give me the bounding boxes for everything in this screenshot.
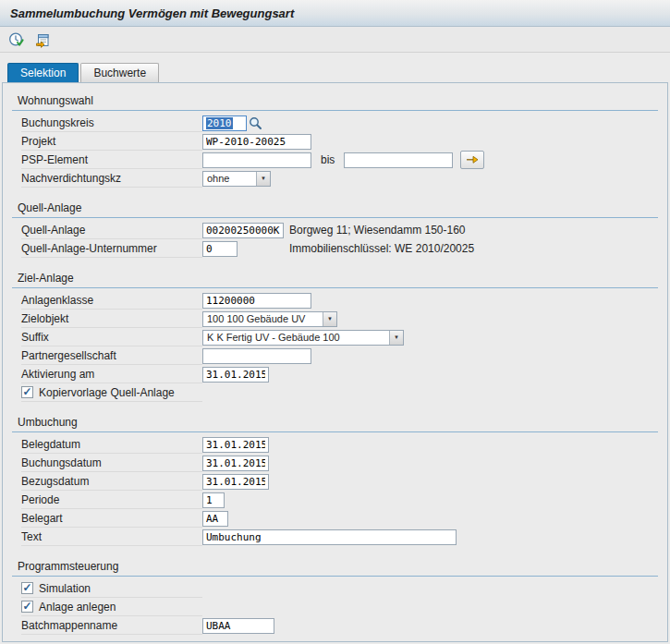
multiple-selection-button[interactable] [460, 151, 484, 169]
periode-row: Periode [21, 491, 658, 509]
bis-label: bis [321, 153, 335, 166]
belegart-row: Belegart [21, 509, 658, 528]
arrow-right-icon [465, 153, 480, 166]
text-label: Text [21, 528, 202, 546]
buchungskreis-value: 2010 [206, 117, 233, 129]
tab-selektion[interactable]: Selektion [7, 63, 79, 82]
section-title: Wohnungswahl [12, 94, 658, 111]
partnergesellschaft-label: Partnergesellschaft [21, 346, 202, 365]
partnergesellschaft-row: Partnergesellschaft [21, 346, 658, 365]
simulation-row: ✓ Simulation [21, 579, 658, 598]
psp-element-from-input[interactable] [202, 152, 311, 168]
quell-anlage-label: Quell-Anlage [21, 221, 202, 239]
window-titlebar: Sammelumbuchung Vermögen mit Bewegungsar… [0, 0, 670, 27]
buchungsdatum-label: Buchungsdatum [21, 454, 202, 472]
psp-element-label: PSP-Element [21, 151, 202, 169]
quell-anlage-row: Quell-Anlage Borgweg 11; Wiesendamm 150-… [21, 221, 658, 239]
checkmark-icon: ✓ [22, 601, 31, 612]
selektion-panel: Wohnungswahl Buchungskreis 2010 Projekt [2, 82, 668, 642]
zielobjekt-value: 100 100 Gebäude UV [203, 312, 323, 326]
bezugsdatum-label: Bezugsdatum [21, 472, 202, 491]
section-title: Quell-Anlage [12, 201, 658, 218]
simulation-checkbox[interactable]: ✓ [21, 582, 33, 594]
simulation-label: Simulation [39, 582, 91, 595]
psp-element-row: PSP-Element bis [21, 151, 658, 169]
zielobjekt-label: Zielobjekt [21, 310, 202, 328]
section-title: Ziel-Anlage [12, 272, 658, 288]
belegart-label: Belegart [21, 509, 202, 528]
projekt-label: Projekt [21, 132, 202, 151]
aktivierung-row: Aktivierung am [21, 365, 658, 383]
unternummer-input[interactable] [202, 241, 238, 257]
belegdatum-input[interactable] [202, 437, 269, 453]
projekt-row: Projekt [21, 132, 658, 151]
tab-buchwerte[interactable]: Buchwerte [80, 63, 159, 82]
simulation-checkbox-group: ✓ Simulation [21, 579, 202, 598]
checkmark-icon: ✓ [22, 386, 31, 397]
belegart-input[interactable] [202, 511, 228, 527]
immobilienschluessel-text: Immobilienschlüssel: WE 2010/20025 [289, 242, 474, 255]
page-title: Sammelumbuchung Vermögen mit Bewegungsar… [10, 6, 294, 20]
text-row: Text [21, 528, 658, 546]
projekt-input[interactable] [202, 134, 311, 150]
unternummer-label: Quell-Anlage-Unternummer [21, 239, 202, 258]
suffix-row: Suffix K K Fertig UV - Gebäude 100 ▼ [21, 328, 658, 346]
bezugsdatum-row: Bezugsdatum [21, 472, 658, 491]
tab-strip: Selektion Buchwerte [0, 53, 670, 82]
nachverdichtungskz-select[interactable]: ohne ▼ [202, 171, 271, 187]
value-help-button[interactable] [247, 115, 263, 131]
chevron-down-icon: ▼ [323, 312, 336, 326]
text-input[interactable] [202, 529, 457, 545]
application-toolbar [0, 27, 670, 53]
unternummer-row: Quell-Anlage-Unternummer Immobilienschlü… [21, 239, 658, 258]
suffix-select[interactable]: K K Fertig UV - Gebäude 100 ▼ [202, 330, 404, 346]
batchmappenname-label: Batchmappenname [21, 616, 202, 635]
execute-button[interactable] [6, 29, 28, 50]
section-programmsteuerung: Programmsteuerung ✓ Simulation ✓ Anlage … [12, 560, 658, 635]
quell-anlage-input[interactable] [202, 223, 284, 238]
search-icon [249, 116, 262, 130]
get-variant-button[interactable] [32, 29, 55, 50]
nachverdichtungskz-row: Nachverdichtungskz ohne ▼ [21, 169, 658, 188]
anlage-anlegen-checkbox-group: ✓ Anlage anlegen [21, 598, 202, 616]
checkmark-icon: ✓ [22, 582, 31, 593]
belegdatum-label: Belegdatum [21, 435, 202, 454]
execute-icon [8, 31, 25, 48]
buchungskreis-row: Buchungskreis 2010 [21, 114, 658, 132]
kopiervorlage-row: ✓ Kopiervorlage Quell-Anlage [21, 383, 658, 402]
buchungskreis-input[interactable]: 2010 [202, 115, 247, 131]
zielobjekt-row: Zielobjekt 100 100 Gebäude UV ▼ [21, 310, 658, 328]
belegdatum-row: Belegdatum [21, 435, 658, 454]
periode-label: Periode [21, 491, 202, 509]
buchungsdatum-input[interactable] [202, 456, 269, 471]
section-title: Programmsteuerung [12, 560, 658, 577]
partnergesellschaft-input[interactable] [202, 348, 311, 364]
section-wohnungswahl: Wohnungswahl Buchungskreis 2010 Projekt [12, 94, 658, 188]
nachverdichtungskz-value: ohne [203, 172, 256, 186]
section-umbuchung: Umbuchung Belegdatum Buchungsdatum Bezug… [12, 416, 658, 546]
psp-element-to-input[interactable] [344, 152, 453, 168]
anlagenklasse-input[interactable] [202, 293, 311, 309]
aktivierung-label: Aktivierung am [21, 365, 202, 383]
periode-input[interactable] [202, 492, 225, 508]
anlage-anlegen-checkbox[interactable]: ✓ [21, 601, 33, 613]
anlagenklasse-label: Anlagenklasse [21, 291, 202, 310]
quell-anlage-description: Borgweg 11; Wiesendamm 150-160 [289, 224, 466, 237]
kopiervorlage-checkbox[interactable]: ✓ [21, 386, 33, 398]
section-quell-anlage: Quell-Anlage Quell-Anlage Borgweg 11; Wi… [12, 201, 658, 258]
get-variant-icon [35, 31, 52, 48]
aktivierung-input[interactable] [202, 367, 269, 383]
suffix-value: K K Fertig UV - Gebäude 100 [203, 331, 389, 345]
section-title: Umbuchung [12, 416, 658, 432]
anlage-anlegen-label: Anlage anlegen [39, 601, 116, 614]
kopiervorlage-label: Kopiervorlage Quell-Anlage [39, 386, 175, 399]
buchungskreis-label: Buchungskreis [21, 114, 202, 132]
anlage-anlegen-row: ✓ Anlage anlegen [21, 598, 658, 616]
section-ziel-anlage: Ziel-Anlage Anlagenklasse Zielobjekt 100… [12, 272, 658, 402]
buchungsdatum-row: Buchungsdatum [21, 454, 658, 472]
batchmappenname-input[interactable] [202, 618, 274, 634]
nachverdichtungskz-label: Nachverdichtungskz [21, 169, 202, 188]
chevron-down-icon: ▼ [389, 331, 403, 345]
zielobjekt-select[interactable]: 100 100 Gebäude UV ▼ [202, 311, 337, 327]
bezugsdatum-input[interactable] [202, 474, 269, 490]
